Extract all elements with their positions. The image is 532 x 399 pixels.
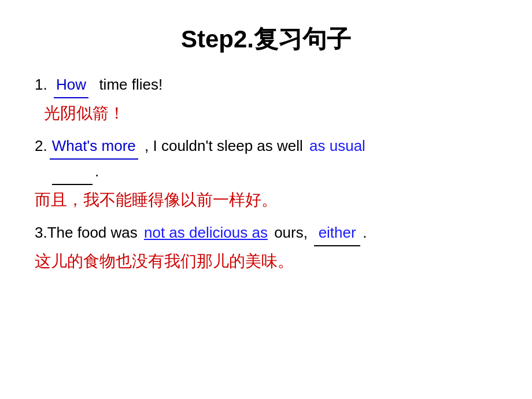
sentence-2-blank — [52, 160, 93, 185]
sentence-1-blank-how: How — [54, 73, 88, 98]
sentence-2-number: 2. — [35, 134, 47, 158]
sentence-3-period: . — [363, 221, 367, 245]
sentence-1-rest: time flies! — [91, 73, 162, 97]
sentence-2-line2: . — [52, 160, 497, 185]
sentence-3-line: 3.The food was not as delicious as ours,… — [35, 221, 497, 246]
content-area: 1. How time flies! 光阴似箭！ 2. What's more … — [35, 73, 497, 283]
sentence-1-number: 1. — [35, 73, 51, 97]
sentence-1-translation: 光阴似箭！ — [35, 101, 497, 127]
sentence-3-prefix: 3.The food was — [35, 221, 142, 245]
sentence-2-whats-more: What's more — [50, 134, 138, 160]
page-title: Step2.复习句子 — [35, 23, 497, 56]
sentence-3: 3.The food was not as delicious as ours,… — [35, 221, 497, 274]
sentence-1: 1. How time flies! 光阴似箭！ — [35, 73, 497, 126]
sentence-2-translation: 而且，我不能睡得像以前一样好。 — [35, 187, 497, 213]
sentence-3-not-as: not as delicious as — [144, 221, 268, 245]
sentence-2-as-usual: as usual — [309, 134, 365, 158]
sentence-3-either: either — [314, 221, 360, 246]
sentence-2-line1: 2. What's more , I couldn't sleep as wel… — [35, 134, 497, 160]
sentence-2: 2. What's more , I couldn't sleep as wel… — [35, 134, 497, 213]
sentence-2-period: . — [95, 160, 99, 184]
page: Step2.复习句子 1. How time flies! 光阴似箭！ 2. W… — [0, 0, 532, 399]
sentence-1-line: 1. How time flies! — [35, 73, 497, 98]
sentence-2-mid: , I couldn't sleep as well — [141, 134, 307, 158]
sentence-3-ours: ours, — [270, 221, 312, 245]
sentence-3-translation: 这儿的食物也没有我们那儿的美味。 — [35, 249, 497, 275]
